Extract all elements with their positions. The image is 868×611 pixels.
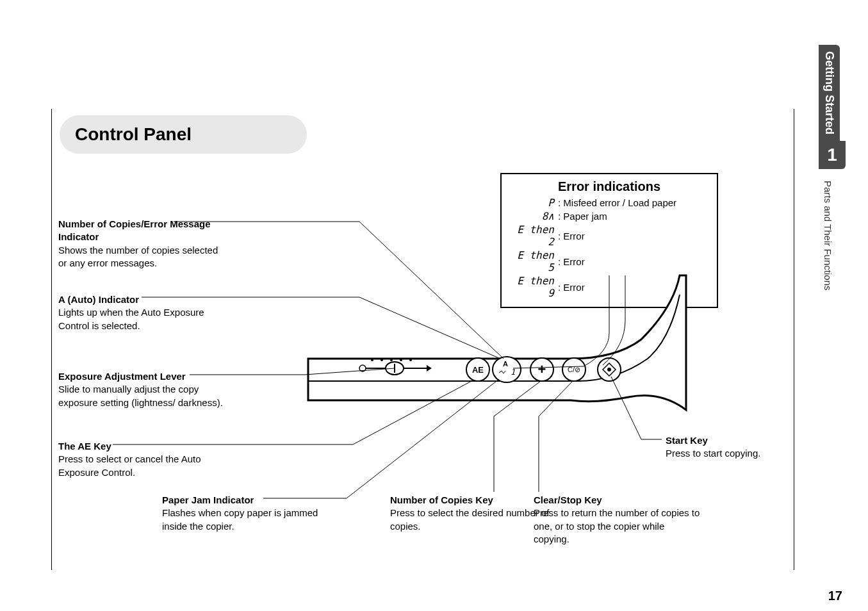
svg-point-4 [409,359,412,361]
tab-getting-started: Getting Started [819,45,840,141]
page-number: 17 [828,589,842,603]
clear-stop-button[interactable]: C/⊘ [562,358,585,381]
callout-copies-key: Number of Copies Key Press to select the… [390,494,557,533]
svg-text:C/⊘: C/⊘ [568,366,580,373]
error-row-e2: E then 2 : Error [509,224,709,248]
callout-title: Clear/Stop Key [534,494,602,505]
callout-body: Flashes when copy paper is jammed inside… [162,507,318,531]
callout-title: The AE Key [58,441,111,452]
callout-body: Slide to manually adjust the copy exposu… [58,384,223,407]
callout-exposure-lever: Exposure Adjustment Lever Slide to manua… [58,370,225,409]
error-desc: : Paper jam [558,211,607,222]
side-tabs: Getting Started 1 Parts and Their Functi… [819,45,846,297]
callout-body: Lights up when the Auto Exposure Control… [58,307,204,330]
copies-plus-button[interactable]: + [530,358,553,381]
page-title: Control Panel [60,115,307,154]
error-symbol: E then 9 [509,275,554,299]
error-row-misfeed: P : Misfeed error / Load paper [509,197,709,209]
error-box-header: Error indications [509,179,709,194]
error-desc: : Misfeed error / Load paper [558,197,676,208]
callout-body: Press to select or cancel the Auto Expos… [58,453,201,477]
tab-parts-functions: Parts and Their Functions [819,174,837,297]
error-symbol: 8∧ [509,210,554,222]
callout-title: Paper Jam Indicator [162,494,254,505]
svg-text:1: 1 [511,368,515,377]
svg-text:A: A [503,360,508,368]
error-symbol: P [509,197,554,209]
callout-body: Press to select the desired number of co… [390,507,549,531]
error-desc: : Error [558,282,585,293]
content-frame: Control Panel Error indications P : Misf… [51,109,794,570]
copies-indicator-display: A 1 [493,357,521,382]
callout-body: Shows the number of copies selected or a… [58,245,218,268]
control-panel-diagram: AE A 1 + C/⊘ [302,333,686,493]
error-desc: : Error [558,256,585,267]
callout-title: Number of Copies Key [390,494,493,505]
svg-point-3 [400,359,402,361]
error-symbol: E then 2 [509,224,554,248]
callout-auto-indicator: A (Auto) Indicator Lights up when the Au… [58,293,225,332]
callout-title: Number of Copies/Error Message Indicator [58,218,211,242]
svg-point-2 [390,359,393,361]
callout-body: Press to return the number of copies to … [534,507,700,544]
callout-title: A (Auto) Indicator [58,294,139,305]
callout-title: Exposure Adjustment Lever [58,371,186,382]
error-row-e5: E then 5 : Error [509,249,709,273]
callout-clear-stop-key: Clear/Stop Key Press to return the numbe… [534,494,700,546]
callout-paper-jam-indicator: Paper Jam Indicator Flashes when copy pa… [162,494,329,533]
svg-text:+: + [538,361,546,377]
error-symbol: E then 5 [509,249,554,273]
chapter-number: 1 [819,141,846,169]
callout-copies-indicator: Number of Copies/Error Message Indicator… [58,218,225,270]
error-row-paperjam: 8∧ : Paper jam [509,210,709,222]
svg-point-1 [381,359,383,361]
svg-point-0 [371,359,373,361]
svg-point-17 [607,368,611,371]
svg-text:AE: AE [472,365,484,375]
callout-ae-key: The AE Key Press to select or cancel the… [58,440,225,479]
error-desc: : Error [558,231,585,241]
ae-key-button[interactable]: AE [466,358,489,381]
start-button[interactable] [598,358,621,381]
